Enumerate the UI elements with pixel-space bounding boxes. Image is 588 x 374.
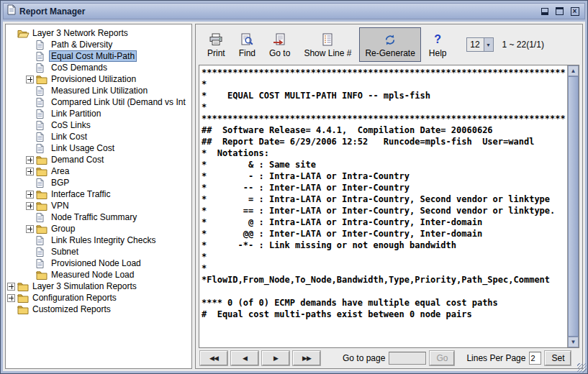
window-content: Layer 3 Network ReportsPath & DiversityE… xyxy=(3,22,585,371)
tree-item[interactable]: Measured Link Utilization xyxy=(6,85,191,96)
tree-item[interactable]: Configuration Reports xyxy=(6,292,191,304)
tree-expand-icon[interactable] xyxy=(26,168,34,175)
tree-item[interactable]: CoS Links xyxy=(6,119,191,131)
report-manager-window: Report Manager × Layer 3 Network Reports… xyxy=(0,0,588,374)
tree-indent-spacer xyxy=(26,99,34,106)
tree-item[interactable]: Provisioned Node Load xyxy=(6,257,191,269)
last-page-button[interactable]: ▶▶ xyxy=(293,351,320,365)
minimize-icon xyxy=(541,8,548,15)
tree-item-label: Link Partition xyxy=(49,108,103,119)
folder-icon xyxy=(17,293,30,303)
print-button[interactable]: Print xyxy=(202,27,231,62)
tree-item[interactable]: Link Rules Integrity Checks xyxy=(6,234,191,246)
close-icon: × xyxy=(571,7,579,16)
tree-item[interactable]: Demand Cost xyxy=(6,154,191,165)
regenerate-button-label: Re-Generate xyxy=(365,48,415,58)
report-view-panel: Print Find Go to Show Line # Re-Generate xyxy=(195,24,583,369)
show-line-button-label: Show Line # xyxy=(304,48,351,58)
show-line-button[interactable]: Show Line # xyxy=(298,27,357,62)
tree-item-label: Node Traffic Summary xyxy=(49,211,139,223)
file-icon xyxy=(36,52,49,61)
titlebar[interactable]: Report Manager × xyxy=(3,3,585,19)
tree-item[interactable]: Layer 3 Network Reports xyxy=(6,27,191,39)
tree-item[interactable]: CoS Demands xyxy=(6,62,191,73)
maximize-button[interactable] xyxy=(553,5,566,17)
tree-indent-spacer xyxy=(26,248,34,256)
tree-item-label: Measured Node Load xyxy=(49,269,136,280)
tree-item[interactable]: Group xyxy=(6,223,191,234)
report-area: ****************************************… xyxy=(199,65,579,348)
tree-expand-icon[interactable] xyxy=(26,191,34,199)
tree-item[interactable]: Customized Reports xyxy=(6,304,191,315)
tree-item[interactable]: Area xyxy=(6,165,191,177)
tree-item-label: Measured Link Utilization xyxy=(49,85,150,96)
tree-item-label: Link Rules Integrity Checks xyxy=(49,234,158,246)
tree-item-label: Customized Reports xyxy=(30,304,113,315)
tree-item[interactable]: Provisioned Utilization xyxy=(6,73,191,85)
tree-item-label: Interface Traffic xyxy=(49,188,112,200)
file-icon xyxy=(36,86,49,96)
tree-item[interactable]: Node Traffic Summary xyxy=(6,211,191,223)
vertical-scrollbar[interactable]: ▲ ▼ xyxy=(567,65,579,347)
report-text[interactable]: ****************************************… xyxy=(199,65,567,347)
tree-item-label: Provisioned Utilization xyxy=(49,73,138,85)
tree-expand-icon[interactable] xyxy=(26,156,34,164)
tree-item[interactable]: Link Usage Cost xyxy=(6,142,191,154)
tree-indent-spacer xyxy=(26,179,34,187)
tree-item-label: Provisioned Node Load xyxy=(49,257,143,269)
goto-page-input[interactable] xyxy=(389,352,426,365)
scroll-down-icon[interactable]: ▼ xyxy=(568,337,579,347)
tree-item[interactable]: Subnet xyxy=(6,246,191,257)
previous-page-button[interactable]: ◀ xyxy=(231,351,258,365)
print-button-label: Print xyxy=(207,48,225,58)
tree-indent-spacer xyxy=(26,110,34,118)
help-button[interactable]: ? Help xyxy=(423,27,453,62)
file-icon xyxy=(36,236,49,245)
line-range-label: 1 ~ 22(1/1) xyxy=(502,40,544,50)
tree-item[interactable]: Interface Traffic xyxy=(6,188,191,200)
folder-icon xyxy=(17,282,30,291)
folder-open-icon xyxy=(17,29,30,38)
tree-item[interactable]: Link Cost xyxy=(6,131,191,142)
tree-item[interactable]: Link Partition xyxy=(6,108,191,119)
tree-item[interactable]: Layer 3 Simulation Reports xyxy=(6,280,191,292)
tree-item[interactable]: Equal Cost Multi-Path xyxy=(6,50,191,62)
tree-item[interactable]: Measured Node Load xyxy=(6,269,191,280)
window-icon xyxy=(7,4,16,18)
tree-item[interactable]: BGP xyxy=(6,177,191,188)
tree-item[interactable]: Path & Diversity xyxy=(6,39,191,50)
tree-item-label: BGP xyxy=(49,177,71,188)
scroll-up-icon[interactable]: ▲ xyxy=(568,65,579,76)
regenerate-button[interactable]: Re-Generate xyxy=(359,27,420,62)
resize-grip[interactable] xyxy=(577,363,587,373)
tree-item-label: Equal Cost Multi-Path xyxy=(49,50,137,62)
set-button[interactable]: Set xyxy=(545,351,571,365)
minimize-button[interactable] xyxy=(538,5,551,17)
tree-expand-icon[interactable] xyxy=(7,294,15,302)
goto-button[interactable]: Go to xyxy=(263,27,296,62)
tree-item[interactable]: Compared Link Util (Demand vs Int xyxy=(6,96,191,108)
tree-item-label: Path & Diversity xyxy=(49,39,114,50)
tree-item-label: Area xyxy=(49,165,71,177)
show-line-icon xyxy=(320,31,335,48)
first-page-button[interactable]: ◀◀ xyxy=(200,351,227,365)
file-icon xyxy=(36,259,49,268)
font-size-dropdown[interactable]: 12 ▼ xyxy=(466,37,494,52)
file-icon xyxy=(36,144,49,153)
go-button[interactable]: Go xyxy=(430,351,454,365)
tree-expand-icon[interactable] xyxy=(7,283,15,291)
file-icon xyxy=(36,213,49,222)
find-button[interactable]: Find xyxy=(233,27,261,62)
tree-indent-spacer xyxy=(26,260,34,268)
tree-item[interactable]: VPN xyxy=(6,200,191,211)
lines-per-page-input[interactable] xyxy=(529,352,541,365)
close-button[interactable]: × xyxy=(569,5,581,17)
tree-expand-icon[interactable] xyxy=(26,202,34,210)
scrollbar-thumb[interactable] xyxy=(568,76,579,337)
folder-icon xyxy=(36,167,49,176)
tree-indent-spacer xyxy=(7,29,15,37)
tree-expand-icon[interactable] xyxy=(26,225,34,233)
next-page-button[interactable]: ▶ xyxy=(262,351,289,365)
file-icon xyxy=(36,178,49,188)
tree-expand-icon[interactable] xyxy=(26,76,34,83)
